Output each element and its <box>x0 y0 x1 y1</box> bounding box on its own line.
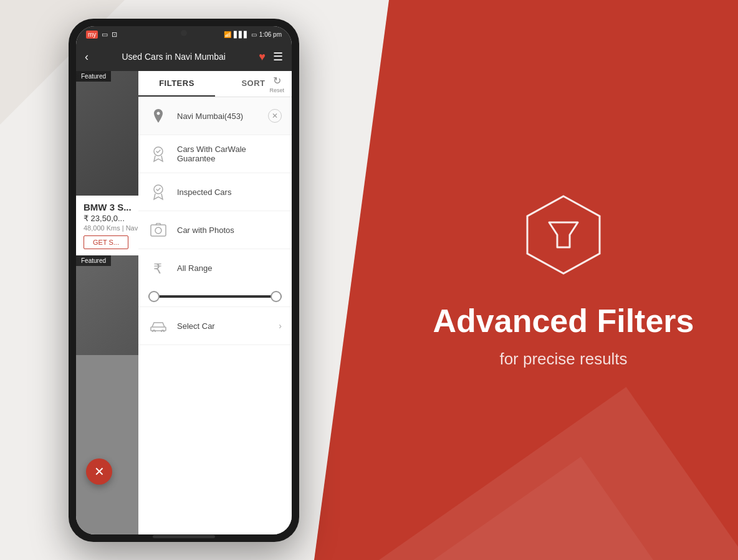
svg-point-5 <box>155 227 161 234</box>
heart-icon[interactable]: ♥ <box>259 50 266 64</box>
battery-status-icon: ▭ <box>102 31 108 39</box>
phone-camera <box>181 30 187 36</box>
status-right-icons: 📶 ▋▋▋ ▭ 1:06 pm <box>224 31 282 38</box>
phone-home-bar <box>153 535 215 538</box>
header-icons: ♥ ☰ <box>259 50 283 64</box>
messenger-icon: ⊡ <box>112 31 117 39</box>
svg-marker-0 <box>527 196 600 273</box>
status-left-icons: my ▭ ⊡ <box>86 31 117 39</box>
price-slider[interactable] <box>148 295 282 298</box>
menu-icon[interactable]: ☰ <box>273 50 283 64</box>
guarantee-ribbon-icon <box>148 144 168 164</box>
filter-item-location[interactable]: Navi Mumbai(453) ✕ <box>138 97 292 135</box>
battery-icon: ▭ <box>251 31 257 38</box>
close-icon: ✕ <box>272 112 278 120</box>
my-icon: my <box>86 31 98 39</box>
filter-item-range[interactable]: ₹ All Range <box>138 249 292 307</box>
svg-marker-1 <box>549 222 578 247</box>
reset-icon: ↻ <box>273 75 281 87</box>
header-title: Used Cars in Navi Mumbai <box>122 52 226 62</box>
app-header: ‹ Used Cars in Navi Mumbai ♥ ☰ <box>76 42 292 71</box>
filter-list: Navi Mumbai(453) ✕ <box>138 97 292 531</box>
chevron-right-icon: › <box>279 321 282 331</box>
reset-button[interactable]: ↻ Reset <box>269 75 284 93</box>
range-label: All Range <box>177 263 282 273</box>
filter-item-select-car[interactable]: Select Car › <box>138 307 292 345</box>
phone-screen: my ▭ ⊡ 📶 ▋▋▋ ▭ 1:06 pm ‹ Used Cars in Na… <box>76 26 292 534</box>
slider-track[interactable] <box>148 295 282 298</box>
filter-icon-container <box>520 191 607 278</box>
hexagon-filter-icon <box>520 191 607 278</box>
slider-thumb-left[interactable] <box>148 291 160 302</box>
photos-label: Car with Photos <box>177 225 282 235</box>
right-content-area: Advanced Filters for precise results <box>314 0 738 560</box>
filter-tabs: FILTERS SORT ↻ Reset <box>138 71 292 97</box>
main-title: Advanced Filters <box>433 303 694 339</box>
get-quote-button-1[interactable]: GET S... <box>84 235 128 249</box>
car-icon <box>148 316 168 336</box>
slider-thumb-right[interactable] <box>271 291 282 302</box>
tab-filters[interactable]: FILTERS <box>138 71 215 97</box>
filter-item-photos[interactable]: Car with Photos <box>138 211 292 249</box>
photo-icon <box>148 220 168 240</box>
sub-title: for precise results <box>499 349 627 369</box>
inspected-ribbon-icon <box>148 182 168 202</box>
select-car-label: Select Car <box>177 321 270 331</box>
filter-item-guarantee[interactable]: Cars With CarWale Guarantee <box>138 135 292 173</box>
guarantee-label: Cars With CarWale Guarantee <box>177 145 282 163</box>
svg-text:₹: ₹ <box>153 261 162 276</box>
wifi-icon: 📶 <box>224 31 231 38</box>
rupee-icon: ₹ <box>148 258 168 278</box>
fab-icon: ✕ <box>94 464 105 479</box>
fab-close-button[interactable]: ✕ <box>86 458 112 485</box>
phone-body: my ▭ ⊡ 📶 ▋▋▋ ▭ 1:06 pm ‹ Used Cars in Na… <box>69 19 299 542</box>
svg-rect-4 <box>151 225 166 236</box>
time-display: 1:06 pm <box>259 31 282 38</box>
location-close-button[interactable]: ✕ <box>268 109 282 123</box>
reset-label: Reset <box>269 87 284 93</box>
signal-bars-icon: ▋▋▋ <box>234 31 249 38</box>
featured-badge-2: Featured <box>76 255 111 266</box>
filter-panel: FILTERS SORT ↻ Reset <box>138 71 292 534</box>
filter-item-inspected[interactable]: Inspected Cars <box>138 173 292 211</box>
inspected-label: Inspected Cars <box>177 187 282 197</box>
featured-badge-1: Featured <box>76 71 111 82</box>
location-label: Navi Mumbai(453) <box>177 112 259 121</box>
back-button[interactable]: ‹ <box>85 50 89 64</box>
location-pin-icon <box>148 106 168 126</box>
phone-mockup: my ▭ ⊡ 📶 ▋▋▋ ▭ 1:06 pm ‹ Used Cars in Na… <box>69 19 299 542</box>
